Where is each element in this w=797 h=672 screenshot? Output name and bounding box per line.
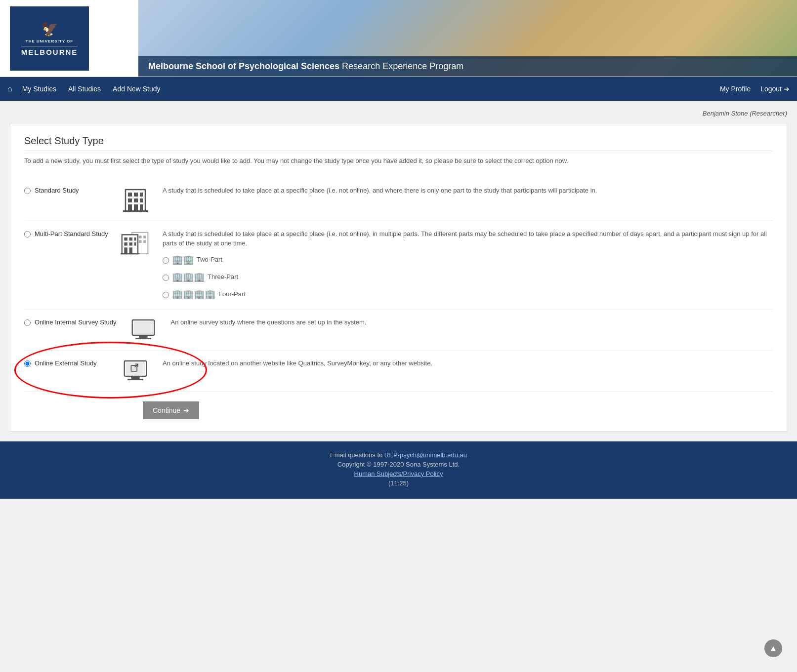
svg-rect-16 — [139, 240, 142, 243]
footer-privacy-line: Human Subjects/Privacy Policy — [10, 470, 787, 477]
svg-rect-8 — [134, 204, 138, 211]
footer-privacy-link[interactable]: Human Subjects/Privacy Policy — [354, 470, 443, 477]
nav-my-profile[interactable]: My Profile — [720, 85, 751, 93]
footer-email-label: Email questions to — [330, 451, 384, 459]
two-part-icon: 🏢🏢 — [172, 253, 194, 267]
study-desc-standard: A study that is scheduled to take place … — [163, 186, 773, 196]
banner-overlay: Melbourne School of Psychological Scienc… — [138, 56, 797, 77]
label-online-internal: Online Internal Survey Study — [35, 318, 116, 326]
banner-title-rest: Research Experience Program — [339, 61, 463, 71]
svg-rect-21 — [134, 237, 136, 240]
svg-rect-31 — [136, 338, 152, 339]
nav-logout[interactable]: Logout ➔ — [760, 85, 790, 93]
study-label-standard: Standard Study — [24, 186, 108, 194]
footer-email-link[interactable]: REP-psych@unimelb.edu.au — [384, 451, 467, 459]
study-desc-online-internal: An online survey study where the questio… — [170, 317, 773, 327]
svg-rect-4 — [128, 198, 132, 202]
svg-rect-26 — [129, 247, 132, 254]
page-title: Select Study Type — [24, 135, 773, 151]
radio-three-part[interactable] — [163, 275, 169, 281]
footer-copyright: Copyright © 1997-2020 Sona Systems Ltd. — [10, 461, 787, 468]
radio-four-part[interactable] — [163, 292, 169, 298]
nav-my-studies[interactable]: My Studies — [22, 85, 56, 93]
study-label-online-internal: Online Internal Survey Study — [24, 317, 116, 326]
svg-rect-25 — [124, 247, 127, 254]
four-part-label: Four-Part — [218, 289, 246, 299]
monitor-external-icon — [123, 358, 148, 383]
home-icon[interactable]: ⌂ — [7, 84, 12, 93]
three-part-label: Three-Part — [208, 272, 238, 282]
svg-rect-1 — [128, 193, 132, 197]
label-standard: Standard Study — [35, 187, 79, 194]
content-box: Select Study Type To add a new study, yo… — [10, 123, 787, 432]
svg-rect-13 — [139, 236, 142, 238]
svg-rect-2 — [134, 193, 138, 197]
nav-add-new-study[interactable]: Add New Study — [113, 85, 161, 93]
nav-right: My Profile Logout ➔ — [720, 85, 790, 93]
continue-area: Continue ➔ — [24, 401, 773, 419]
sub-option-two-part: 🏢🏢 Two-Part — [163, 253, 773, 267]
sub-options: 🏢🏢 Two-Part 🏢🏢🏢 Three-Part 🏢🏢🏢🏢 Four-Par… — [163, 253, 773, 301]
svg-rect-19 — [124, 237, 127, 240]
study-icon-online-internal — [126, 317, 161, 342]
radio-online-external[interactable] — [24, 360, 31, 367]
university-line: THE UNIVERSITY OF — [26, 39, 73, 43]
monitor-icon — [131, 317, 156, 342]
study-icon-online-external — [118, 358, 153, 383]
svg-rect-27 — [121, 253, 140, 254]
study-label-online-external: Online External Study — [24, 358, 108, 367]
svg-rect-24 — [134, 242, 136, 245]
header: 🦅 THE UNIVERSITY OF MELBOURNE Melbourne … — [0, 0, 797, 77]
content-wrapper: Benjamin Stone (Researcher) Select Study… — [0, 101, 797, 436]
intro-text: To add a new study, you must first selec… — [24, 156, 773, 166]
sub-option-four-part: 🏢🏢🏢🏢 Four-Part — [163, 288, 773, 301]
crest-icon: 🦅 — [41, 21, 58, 37]
study-icon-multipart — [118, 229, 153, 256]
sub-option-three-part: 🏢🏢🏢 Three-Part — [163, 271, 773, 284]
continue-label: Continue — [153, 406, 180, 414]
radio-standard[interactable] — [24, 188, 31, 194]
building-multi-icon — [121, 229, 150, 256]
svg-rect-37 — [127, 379, 143, 380]
study-desc-online-external: An online study located on another websi… — [163, 358, 773, 368]
footer-email-line: Email questions to REP-psych@unimelb.edu… — [10, 451, 787, 459]
university-logo: 🦅 THE UNIVERSITY OF MELBOURNE — [10, 6, 89, 71]
logout-icon: ➔ — [784, 85, 790, 93]
building-icon — [123, 186, 148, 213]
svg-rect-23 — [129, 242, 132, 245]
footer: Email questions to REP-psych@unimelb.edu… — [0, 441, 797, 499]
banner-title-bold: Melbourne School of Psychological Scienc… — [148, 61, 339, 71]
radio-online-internal[interactable] — [24, 319, 31, 326]
continue-button[interactable]: Continue ➔ — [143, 401, 199, 419]
label-multipart: Multi-Part Standard Study — [35, 230, 108, 237]
svg-rect-30 — [139, 335, 148, 338]
svg-rect-20 — [129, 237, 132, 240]
svg-rect-9 — [140, 204, 143, 211]
label-online-external: Online External Study — [35, 359, 97, 367]
banner-title: Melbourne School of Psychological Scienc… — [148, 61, 787, 72]
four-part-icon: 🏢🏢🏢🏢 — [172, 288, 215, 301]
red-circle-annotation — [14, 342, 207, 398]
study-row-multipart: Multi-Part Standard Study — [24, 221, 773, 310]
two-part-label: Two-Part — [197, 255, 222, 265]
nav-all-studies[interactable]: All Studies — [68, 85, 101, 93]
svg-rect-6 — [140, 198, 143, 202]
continue-arrow-icon: ➔ — [183, 406, 189, 414]
radio-two-part[interactable] — [163, 257, 169, 264]
study-label-multipart: Multi-Part Standard Study — [24, 229, 108, 237]
svg-rect-7 — [128, 204, 132, 211]
study-row-standard: Standard Study A study that is sch — [24, 178, 773, 221]
three-part-icon: 🏢🏢🏢 — [172, 271, 205, 284]
svg-rect-3 — [140, 193, 143, 197]
svg-rect-14 — [143, 236, 146, 238]
study-row-online-internal: Online Internal Survey Study An online s… — [24, 310, 773, 351]
logo-area: 🦅 THE UNIVERSITY OF MELBOURNE — [0, 0, 138, 77]
svg-rect-29 — [134, 321, 153, 333]
navigation: ⌂ My Studies All Studies Add New Study M… — [0, 77, 797, 101]
svg-rect-17 — [143, 240, 146, 243]
radio-multipart[interactable] — [24, 231, 31, 237]
study-icon-standard — [118, 186, 153, 213]
melbourne-text: MELBOURNE — [21, 46, 78, 56]
svg-rect-5 — [134, 198, 138, 202]
study-desc-multipart: A study that is scheduled to take place … — [163, 229, 773, 301]
